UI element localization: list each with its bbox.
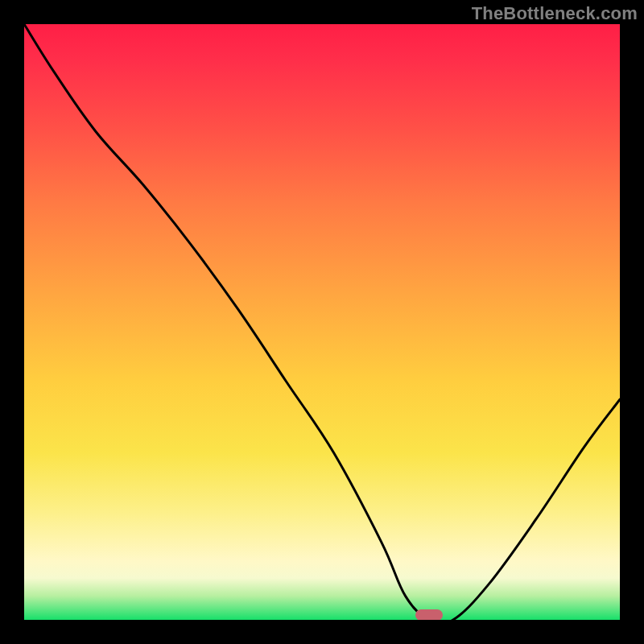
chart-root: TheBottleneck.com <box>0 0 644 644</box>
plot-area <box>24 24 620 620</box>
watermark-text: TheBottleneck.com <box>472 3 638 24</box>
bottleneck-curve-path <box>24 24 620 620</box>
line-series-svg <box>24 24 620 620</box>
optimal-marker <box>415 609 443 620</box>
